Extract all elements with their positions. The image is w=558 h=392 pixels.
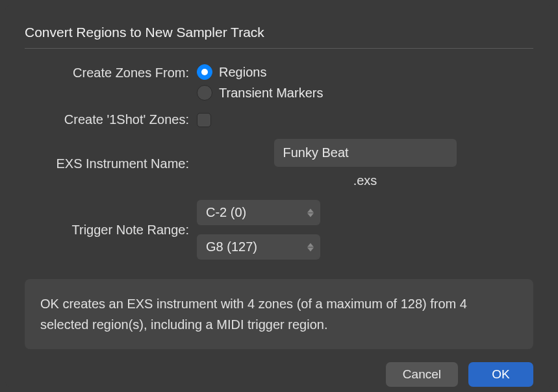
select-trigger-high[interactable]: G8 (127) bbox=[197, 234, 320, 260]
radio-group-create-zones: Regions Transient Markers bbox=[197, 64, 533, 101]
cancel-button[interactable]: Cancel bbox=[386, 362, 458, 387]
dialog-convert-regions: Convert Regions to New Sampler Track Cre… bbox=[5, 5, 553, 387]
control-1shot-checkbox bbox=[197, 113, 533, 127]
row-exs-instrument-name: EXS Instrument Name: .exs bbox=[25, 139, 533, 188]
radio-label-regions: Regions bbox=[219, 65, 266, 80]
radio-option-transient-markers[interactable]: Transient Markers bbox=[197, 85, 533, 101]
select-trigger-high-value: G8 (127) bbox=[206, 239, 257, 254]
row-create-1shot-zones: Create '1Shot' Zones: bbox=[25, 112, 533, 127]
control-instrument-name: .exs bbox=[197, 139, 533, 188]
radio-button-regions[interactable] bbox=[197, 64, 212, 80]
checkbox-1shot[interactable] bbox=[197, 113, 211, 127]
label-exs-instrument-name: EXS Instrument Name: bbox=[25, 156, 197, 171]
label-trigger-note-range: Trigger Note Range: bbox=[25, 223, 197, 238]
label-extension: .exs bbox=[353, 173, 377, 188]
button-row: Cancel OK bbox=[25, 349, 533, 387]
row-trigger-note-range: Trigger Note Range: C-2 (0) G8 (127) bbox=[25, 200, 533, 260]
row-create-zones-from: Create Zones From: Regions Transient Mar… bbox=[25, 64, 533, 101]
radio-button-transient-markers[interactable] bbox=[197, 85, 212, 101]
label-create-zones-from: Create Zones From: bbox=[25, 64, 197, 80]
chevron-updown-icon bbox=[307, 208, 314, 217]
radio-option-regions[interactable]: Regions bbox=[197, 64, 533, 80]
select-trigger-low-value: C-2 (0) bbox=[206, 205, 246, 220]
label-create-1shot-zones: Create '1Shot' Zones: bbox=[25, 112, 197, 127]
radio-dot-icon bbox=[201, 69, 208, 75]
ok-button[interactable]: OK bbox=[468, 362, 533, 387]
radio-label-transient-markers: Transient Markers bbox=[219, 86, 323, 101]
select-trigger-low[interactable]: C-2 (0) bbox=[197, 200, 320, 225]
dialog-title: Convert Regions to New Sampler Track bbox=[25, 25, 533, 49]
input-instrument-name[interactable] bbox=[274, 139, 457, 167]
control-trigger-range: C-2 (0) G8 (127) bbox=[197, 200, 533, 260]
info-box: OK creates an EXS instrument with 4 zone… bbox=[25, 279, 533, 349]
chevron-updown-icon bbox=[307, 243, 314, 251]
